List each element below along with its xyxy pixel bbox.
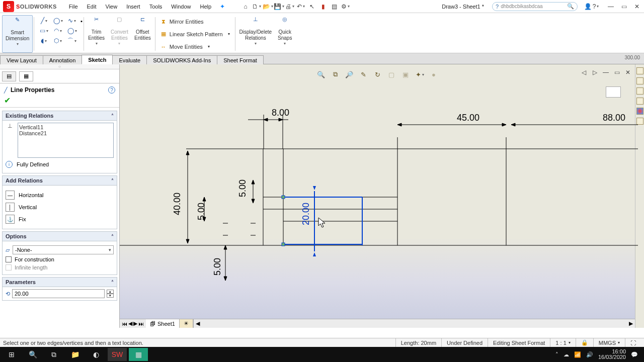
tab-view-layout[interactable]: View Layout [0,55,43,64]
tray-cloud-icon[interactable]: ☁ [564,351,569,358]
close-button[interactable]: ✕ [633,3,641,11]
taskbar-search-icon[interactable]: 🔍 [23,348,42,361]
linear-pattern-button[interactable]: ▦Linear Sketch Pattern▾ [158,29,232,40]
sheet-tab-1[interactable]: 🗐Sheet1 [146,319,180,328]
tab-evaluate[interactable]: Evaluate [112,55,147,64]
home-icon[interactable]: ⌂ [242,3,250,11]
print-icon[interactable]: 🖨 [286,3,294,11]
tab-annotation[interactable]: Annotation [43,55,83,64]
sheet-last-icon[interactable]: ⏭ [138,321,144,327]
tray-volume-icon[interactable]: 🔊 [586,351,593,358]
orientation-cube[interactable] [606,86,621,98]
status-maximize-icon[interactable]: ⛶ [625,338,641,347]
options-list-icon[interactable]: ▤ [330,3,338,11]
mirror-entities-button[interactable]: ⧗Mirror Entities [158,16,232,27]
display-relations-button[interactable]: ⊥Display/Delete Relations▾ [236,15,275,53]
app-taskbar-icon[interactable]: ▦ [129,348,148,361]
infinite-length-checkbox[interactable]: Infinite length [6,264,114,270]
pm-help-icon[interactable]: ? [108,86,115,94]
panel-grip[interactable]: ○ [0,64,119,69]
doc-next-icon[interactable]: ▷ [591,68,599,76]
select-icon[interactable]: ↖ [308,3,316,11]
section-options[interactable]: Options˄ [2,231,117,241]
sheet-next-icon[interactable]: ▶ [133,320,137,327]
slot-tool[interactable]: ◖ [38,36,49,45]
status-units[interactable]: MMGS ▾ [593,338,625,347]
drawing-canvas[interactable]: 🔍 ⧉ 🔎 ✎ ↻ ▢ ▣ ✦ ● [120,64,635,328]
add-fix-button[interactable]: ⚓Fix [6,215,114,224]
move-entities-button[interactable]: ↔Move Entities▾ [158,41,232,52]
pm-tab-property[interactable]: ▦ [19,71,33,81]
sheet-prev-icon[interactable]: ◀ [128,320,132,327]
section-add-relations[interactable]: Add Relations˄ [2,175,117,186]
options-select[interactable]: -None- [13,245,114,254]
section-parameters[interactable]: Parameters˄ [2,277,117,287]
minimize-button[interactable]: — [607,3,615,11]
for-construction-checkbox[interactable]: For construction [6,256,114,262]
save-icon[interactable]: 💾 [275,3,283,11]
parameter-length-input[interactable] [12,289,105,298]
doc-max-icon[interactable]: ▭ [613,68,621,76]
point-tool[interactable]: ▪ [80,18,83,24]
search-icon[interactable]: 🔍 [567,3,574,10]
help-dropdown-icon[interactable]: ? [592,3,600,11]
tab-addins[interactable]: SOLIDWORKS Add-Ins [146,55,217,64]
pm-tab-feature[interactable]: ▤ [2,71,16,81]
add-sheet-button[interactable]: ☀ [180,319,193,328]
settings-icon[interactable]: ⚙ [341,3,349,11]
existing-relations-list[interactable]: Vertical11Distance21 [18,123,114,158]
trim-entities-button[interactable]: ✂Trim Entities▾ [85,15,108,53]
menu-edit[interactable]: Edit [87,4,97,10]
task-view-icon[interactable]: ⧉ [44,348,63,361]
quick-snaps-button[interactable]: ◎Quick Snaps▾ [275,15,295,53]
ellipse-tool[interactable]: ◯ [66,26,77,35]
open-icon[interactable]: 📂 [264,3,272,11]
solidworks-taskbar-icon[interactable]: SW [108,348,127,361]
endpoint-handle[interactable] [282,196,285,199]
smart-dimension-button[interactable]: ✎ Smart Dimension ▾ [2,15,33,53]
parameter-spinner[interactable]: ▴▾ [107,290,114,298]
menu-view[interactable]: View [106,4,118,10]
chrome-icon[interactable]: ◐ [87,348,106,361]
doc-min-icon[interactable]: — [602,68,610,76]
tab-sketch[interactable]: Sketch [82,55,113,64]
offset-entities-button[interactable]: ⊏Offset Entities [131,15,154,53]
tab-sheet-format[interactable]: Sheet Format [217,55,264,64]
restore-button[interactable]: ▭ [620,3,628,11]
fillet-tool[interactable]: ⌒ [66,36,77,45]
circle-tool[interactable]: ◯ [52,16,63,25]
pm-ok-button[interactable]: ✔ [0,94,119,108]
rebuild-icon[interactable]: ▮ [319,3,327,11]
file-explorer-icon[interactable]: 📁 [65,348,85,361]
menu-insert[interactable]: Insert [126,4,140,10]
endpoint-handle[interactable] [282,243,285,246]
add-vertical-button[interactable]: │Vertical [6,203,114,212]
line-tool[interactable]: ╱ [38,16,49,25]
menu-window[interactable]: Window [171,4,191,10]
spline-tool[interactable]: ∿ [66,16,77,25]
menu-help[interactable]: Help [200,4,211,10]
undo-icon[interactable]: ↶ [297,3,305,11]
search-box[interactable]: ? 🔍 [492,2,578,11]
tray-up-icon[interactable]: ˄ [555,351,558,358]
new-icon[interactable]: 🗋 [253,3,261,11]
tray-clock[interactable]: 16:0016/03/2020 [598,349,626,360]
rectangle-tool[interactable]: ▭ [38,26,49,35]
section-existing-relations[interactable]: Existing Relations˄ [2,111,117,121]
h-scrollbar[interactable]: ◀▶ [193,319,635,328]
pin-icon[interactable]: ✦ [218,3,226,11]
start-button[interactable]: ⊞ [2,348,21,361]
doc-prev-icon[interactable]: ◁ [580,68,588,76]
doc-close-icon[interactable]: ✕ [624,68,632,76]
status-scale[interactable]: 1 : 1 ▾ [550,338,575,347]
menu-tools[interactable]: Tools [149,4,163,10]
user-icon[interactable]: 👤 [584,3,592,11]
sheet-first-icon[interactable]: ⏮ [122,321,127,327]
polygon-tool[interactable]: ⬡ [52,36,63,45]
convert-entities-button[interactable]: ▢Convert Entities▾ [108,15,131,53]
tray-notifications-icon[interactable]: 💬 [631,351,638,358]
add-horizontal-button[interactable]: —Horizontal [6,191,114,200]
search-input[interactable] [501,4,567,9]
status-lock-icon[interactable]: 🔒 [576,338,593,347]
tray-wifi-icon[interactable]: 📶 [574,351,581,358]
